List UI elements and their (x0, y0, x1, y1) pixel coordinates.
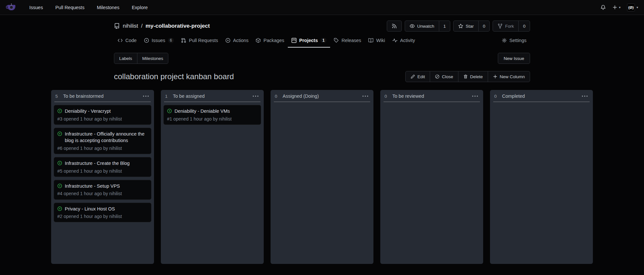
tab-pull-requests[interactable]: Pull Requests (177, 35, 221, 48)
issue-card-meta: #3 opened 1 hour ago by nihilist (57, 116, 148, 122)
issue-card-title: Deniability - Veracrypt (65, 108, 111, 115)
project-board-icon (291, 38, 297, 43)
watch-count[interactable]: 1 (439, 21, 450, 31)
column-menu-button[interactable] (142, 94, 150, 98)
kanban-column-to-be-brainstormed: 5 To be brainstormed Deniability - Verac… (51, 90, 154, 264)
book-icon (368, 38, 373, 43)
column-menu-button[interactable] (581, 94, 589, 98)
column-header: 1 To be assigned (161, 90, 264, 102)
settings-icon (502, 38, 507, 43)
star-count[interactable]: 0 (478, 21, 490, 31)
tab-label: Code (125, 38, 137, 43)
tab-packages[interactable]: Packages (252, 35, 288, 48)
code-icon (118, 38, 123, 43)
board-header: collaboration project kanban board Edit … (114, 70, 530, 83)
repo-separator: / (141, 23, 143, 29)
star-button[interactable]: Star 0 (453, 21, 490, 32)
pulse-icon (392, 38, 398, 43)
notifications-button[interactable] (600, 5, 606, 10)
create-new-button[interactable]: ▾ (612, 5, 621, 10)
column-menu-button[interactable] (471, 94, 479, 98)
tab-count: 6 (168, 38, 174, 43)
pencil-icon (411, 74, 415, 79)
issue-card-title: Infrastructure - Create the Blog (65, 160, 130, 167)
tab-label: Activity (400, 38, 415, 43)
column-header: 0 Completed (490, 90, 593, 102)
labels-label: Labels (119, 56, 132, 61)
column-title: To be brainstormed (63, 94, 104, 99)
tab-label: Settings (510, 38, 526, 43)
close-board-button[interactable]: Close (430, 71, 458, 82)
column-cards (380, 102, 483, 108)
repo-icon (114, 23, 120, 29)
issue-card-meta: #5 opened 1 hour ago by nihilist (57, 168, 148, 174)
plus-icon (493, 74, 497, 79)
watch-label: Unwatch (417, 24, 434, 29)
star-icon (458, 23, 463, 29)
issue-card[interactable]: Infrastructure - Create the Blog #5 open… (54, 157, 151, 177)
ellipsis-icon (472, 95, 478, 97)
new-column-label: New Column (500, 74, 525, 79)
issue-card-meta: #2 opened 1 hour ago by nihilist (57, 213, 148, 219)
user-menu-button[interactable]: {Ø} ▾ (627, 4, 638, 11)
watch-button[interactable]: Unwatch 1 (405, 21, 450, 32)
tab-releases[interactable]: Releases (330, 35, 365, 48)
column-menu-button[interactable] (361, 94, 369, 98)
new-column-button[interactable]: New Column (488, 71, 530, 82)
fork-button[interactable]: Fork 0 (493, 21, 530, 32)
issue-card[interactable]: Deniability - Deniable VMs #1 opened 1 h… (163, 105, 261, 125)
column-count: 0 (494, 94, 498, 99)
tab-label: Pull Requests (189, 38, 218, 43)
tab-actions[interactable]: Actions (222, 35, 252, 48)
repo-name-link[interactable]: my-collaborative-project (146, 23, 210, 29)
issue-card-meta: #1 opened 1 hour ago by nihilist (167, 116, 258, 122)
issue-card[interactable]: Infrastructure - Officially announce the… (54, 128, 151, 154)
git-pull-request-icon (181, 38, 186, 43)
edit-board-button[interactable]: Edit (406, 71, 430, 82)
labels-milestones-group: Labels Milestones (114, 53, 168, 64)
issue-open-icon (57, 109, 62, 113)
issue-card-meta: #6 opened 1 hour ago by nihilist (57, 145, 148, 151)
kanban-column-to-be-assigned: 1 To be assigned Deniability - Deniable … (161, 90, 264, 264)
issue-card[interactable]: Deniability - Veracrypt #3 opened 1 hour… (54, 105, 151, 125)
gitea-logo[interactable] (6, 3, 17, 12)
tab-issues[interactable]: Issues 6 (140, 35, 178, 48)
issue-open-icon (57, 161, 62, 166)
fork-icon (497, 23, 503, 29)
issue-card-title: Privacy - Linux Host OS (65, 206, 115, 212)
issue-card-meta: #4 opened 1 hour ago by nihilist (57, 191, 148, 196)
new-issue-button[interactable]: New Issue (498, 53, 530, 64)
nav-link-milestones[interactable]: Milestones (93, 2, 123, 13)
column-header: 0 Assigned (Doing) (271, 90, 373, 102)
package-icon (256, 38, 261, 43)
tab-label: Projects (299, 38, 318, 43)
tab-code[interactable]: Code (114, 35, 140, 48)
issue-card[interactable]: Infrastructure - Setup VPS #4 opened 1 h… (54, 180, 151, 200)
repo-title: nihilist / my-collaborative-project (114, 23, 210, 29)
board-actions-group: Edit Close Delete New Column (405, 71, 530, 82)
tab-wiki[interactable]: Wiki (365, 35, 388, 48)
top-navbar: Issues Pull Requests Milestones Explore … (0, 0, 644, 15)
repo-actions: Unwatch 1 Star 0 (387, 21, 530, 32)
tab-activity[interactable]: Activity (389, 35, 419, 48)
tab-settings[interactable]: Settings (498, 35, 530, 48)
issue-open-icon (57, 131, 62, 136)
issue-card-title: Deniability - Deniable VMs (175, 108, 230, 115)
column-menu-button[interactable] (252, 94, 259, 98)
labels-button[interactable]: Labels (114, 53, 137, 64)
rss-button[interactable] (387, 21, 402, 32)
ellipsis-icon (253, 95, 259, 97)
nav-link-issues[interactable]: Issues (25, 2, 47, 13)
nav-link-pull-requests[interactable]: Pull Requests (51, 2, 88, 13)
kanban-column-to-be-reviewed: 0 To be reviewed (380, 90, 483, 264)
tab-label: Packages (263, 38, 284, 43)
fork-count[interactable]: 0 (518, 21, 530, 31)
delete-board-button[interactable]: Delete (458, 71, 488, 82)
tab-projects[interactable]: Projects 1 (288, 35, 330, 48)
issue-card[interactable]: Privacy - Linux Host OS #2 opened 1 hour… (54, 203, 151, 223)
nav-link-explore[interactable]: Explore (128, 2, 152, 13)
chevron-down-icon: ▾ (637, 6, 638, 9)
repo-owner-link[interactable]: nihilist (123, 23, 138, 29)
tab-label: Wiki (376, 38, 385, 43)
milestones-button[interactable]: Milestones (137, 53, 168, 64)
